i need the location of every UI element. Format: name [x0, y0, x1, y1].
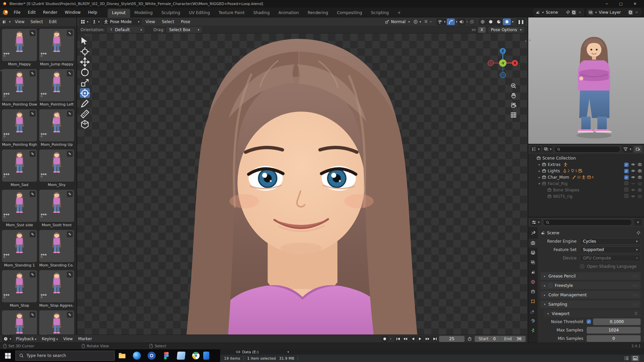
- edit-pose-icon[interactable]: ✎: [30, 111, 36, 117]
- eye-toggle[interactable]: [631, 175, 635, 179]
- camera-toggle[interactable]: [638, 162, 642, 167]
- timeline-menu-playback[interactable]: Playback▾: [13, 337, 39, 341]
- pose-thumbnail[interactable]: ✎ ◈◈◈◇: [39, 29, 74, 61]
- tab-animation[interactable]: Animation: [274, 9, 303, 17]
- eye-toggle[interactable]: [631, 169, 635, 173]
- properties-tab-view-layer[interactable]: [528, 258, 538, 267]
- pose-asset[interactable]: ✎ ◈◈◈◇ Mom_Shy: [39, 149, 74, 187]
- timeline-menu-keying[interactable]: Keying▾: [39, 337, 61, 341]
- pose-asset[interactable]: ✎ ◈◈◈◇ Mom_Standing 1: [2, 230, 37, 268]
- edge-app[interactable]: [129, 349, 144, 362]
- pan-hand-icon[interactable]: [510, 92, 517, 99]
- outliner-item-name[interactable]: Lights: [548, 169, 560, 173]
- sidebar-toggle-arrow[interactable]: ‹: [525, 38, 527, 43]
- chrome-app[interactable]: [189, 349, 203, 362]
- outliner-row[interactable]: ▾ Facial_Rig: [530, 180, 644, 187]
- eye-toggle[interactable]: [631, 162, 635, 167]
- pin-icon[interactable]: [636, 231, 641, 235]
- asset-menu-edit[interactable]: Edit: [46, 19, 60, 24]
- enable-checkbox[interactable]: ✓: [624, 162, 629, 167]
- view-layer-selector[interactable]: ▾ View Layer ✕: [587, 9, 641, 16]
- edit-pose-icon[interactable]: ✎: [67, 30, 73, 36]
- eye-closed-toggle[interactable]: [631, 181, 635, 186]
- max-samples-field[interactable]: 1024: [587, 327, 641, 334]
- properties-tab-scene[interactable]: [528, 268, 538, 277]
- drag-dropdown[interactable]: Select Box ▾: [166, 27, 202, 33]
- pose-asset[interactable]: ✎ ◈◈◈◇ Mom_Sad: [2, 149, 37, 187]
- tab-layout[interactable]: Layout: [108, 9, 130, 17]
- edit-pose-icon[interactable]: ✎: [30, 191, 36, 197]
- noise-threshold-field[interactable]: 0.1000: [593, 318, 641, 325]
- unlink-icon[interactable]: ✕: [578, 10, 582, 15]
- menu-file[interactable]: File: [10, 7, 24, 17]
- properties-options-button[interactable]: ▾: [634, 219, 642, 226]
- pause-preview-button[interactable]: ❚❚: [516, 18, 526, 25]
- tab-texture-paint[interactable]: Texture Paint: [214, 9, 249, 17]
- pose-thumbnail[interactable]: ✎ ◈◈◈◇: [2, 230, 37, 262]
- camera-off-toggle[interactable]: [638, 194, 642, 198]
- outliner-row[interactable]: WGTS_rig: [530, 193, 644, 199]
- explorer-expand-caret[interactable]: ▾: [287, 350, 289, 354]
- outliner-row[interactable]: Bone Shapes: [530, 187, 644, 193]
- close-button[interactable]: ✕: [628, 0, 642, 7]
- jump-to-start-button[interactable]: [395, 336, 401, 342]
- shading-caret[interactable]: ▾: [512, 20, 514, 23]
- add-workspace-button[interactable]: +: [393, 9, 405, 17]
- properties-tab-data[interactable]: [528, 326, 538, 335]
- edit-pose-icon[interactable]: ✎: [30, 231, 36, 237]
- start-value[interactable]: 0: [493, 337, 496, 341]
- properties-tab-world[interactable]: [528, 278, 538, 286]
- pose-thumbnail[interactable]: ✎ ◈◈◈◇: [2, 149, 37, 182]
- viewport-canvas[interactable]: Z X -Y ‹: [77, 34, 528, 335]
- edit-pose-icon[interactable]: ✎: [67, 191, 73, 197]
- camera-toggle[interactable]: [638, 175, 642, 179]
- transform-tool-button[interactable]: [80, 88, 90, 98]
- mirror-x-toggle[interactable]: X: [478, 27, 485, 33]
- feature-set-dropdown[interactable]: Supported ▾: [580, 246, 641, 253]
- pose-thumbnail[interactable]: ✎ ◈◈◈◇: [39, 270, 74, 302]
- select-box-tool-button[interactable]: [80, 36, 90, 46]
- outliner-item-name[interactable]: Facial_Rig: [548, 181, 568, 186]
- ortho-grid-icon[interactable]: [510, 112, 517, 118]
- add-object-tool-button[interactable]: [80, 119, 90, 129]
- object-visibility-button[interactable]: ▾: [436, 18, 447, 25]
- pose-asset[interactable]: ✎ ◈◈◈◇ Mom_Jump Happy: [39, 29, 74, 67]
- properties-search-input[interactable]: [543, 219, 632, 226]
- pose-thumbnail[interactable]: ✎ ◈◈◈◇: [2, 69, 37, 101]
- min-samples-field[interactable]: 0: [587, 335, 641, 342]
- overlays-toggle[interactable]: [458, 18, 466, 25]
- proportional-edit-button[interactable]: ▾: [412, 18, 423, 25]
- auto-key-button[interactable]: [381, 336, 388, 342]
- taskbar-search-input[interactable]: Type here to search: [15, 351, 115, 361]
- explorer-title-bar[interactable]: Data (E:) ▾: [220, 349, 644, 355]
- blender-menu-icon[interactable]: [1, 9, 9, 16]
- measure-tool-button[interactable]: [80, 109, 90, 119]
- pose-asset[interactable]: ✎ ◈◈◈◇: [2, 310, 37, 335]
- snap-button[interactable]: ▾: [422, 18, 433, 25]
- pose-thumbnail[interactable]: ✎ ◈◈◈◇: [39, 109, 74, 141]
- rotate-tool-button[interactable]: [80, 67, 90, 77]
- expand-caret[interactable]: ▸: [537, 163, 542, 166]
- next-keyframe-button[interactable]: [424, 336, 431, 342]
- pose-asset[interactable]: ✎ ◈◈◈◇ Mom_Stop Aggres...: [39, 270, 74, 308]
- media-player-app[interactable]: [144, 349, 159, 362]
- edit-pose-icon[interactable]: ✎: [67, 70, 73, 76]
- pose-thumbnail[interactable]: ✎ ◈◈◈◇: [2, 29, 37, 61]
- shading-wireframe-button[interactable]: [479, 18, 487, 25]
- timeline-menu-marker[interactable]: Marker: [75, 337, 95, 341]
- osl-checkbox[interactable]: [580, 264, 584, 268]
- edit-pose-icon[interactable]: ✎: [67, 312, 73, 318]
- viewport-menu-select[interactable]: Select: [158, 19, 177, 24]
- subpanel-viewport[interactable]: ▾ Viewport ☰: [544, 310, 641, 317]
- outliner-row[interactable]: ▸ Extras ✓: [530, 161, 644, 168]
- asset-browser-icon[interactable]: [2, 19, 7, 24]
- shading-material-button[interactable]: [495, 18, 503, 25]
- outliner-row[interactable]: ▸ Char_Mom 324 ✓: [530, 174, 644, 180]
- orientation-dropdown[interactable]: Default ▾: [107, 27, 145, 33]
- edit-pose-icon[interactable]: ✎: [30, 272, 36, 278]
- prev-keyframe-button[interactable]: [402, 336, 409, 342]
- pose-asset[interactable]: ✎ ◈◈◈◇ Mom_Pointing Down: [2, 69, 37, 107]
- timeline-editor-type[interactable]: ▾: [2, 336, 13, 342]
- panel-freestyle[interactable]: ▸ Freestyle ::::: [540, 282, 641, 289]
- disabled-checkbox[interactable]: [624, 187, 629, 193]
